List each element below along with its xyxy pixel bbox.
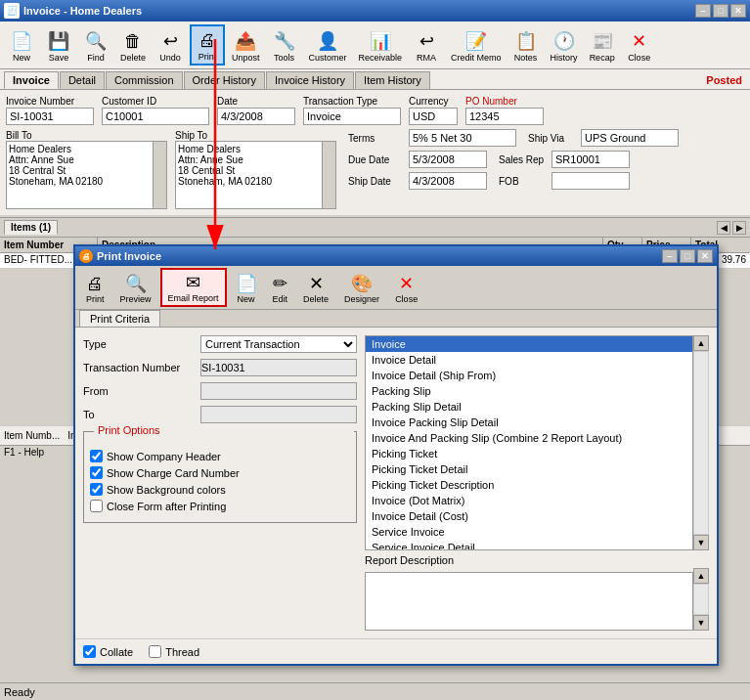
rma-button[interactable]: ↩ RMA [409, 26, 444, 66]
tab-invoice-history[interactable]: Invoice History [266, 71, 354, 89]
scroll-up-button[interactable]: ▲ [693, 335, 709, 351]
dialog-edit-button[interactable]: ✏ Edit [266, 270, 295, 307]
items-tab[interactable]: Items (1) [4, 220, 58, 235]
report-item-packing-slip-detail[interactable]: Packing Slip Detail [366, 399, 692, 415]
po-number-input[interactable] [465, 108, 544, 125]
report-item-invoice-detail[interactable]: Invoice Detail [366, 352, 692, 368]
nav-right-arrow[interactable]: ▶ [732, 221, 746, 235]
show-background-colors-checkbox[interactable] [90, 483, 103, 496]
dialog-new-icon: 📄 [236, 273, 257, 294]
scroll-down-button[interactable]: ▼ [693, 535, 709, 550]
terms-input[interactable] [409, 129, 516, 147]
transaction-number-input[interactable] [200, 359, 357, 376]
report-item-invoice[interactable]: Invoice [366, 336, 692, 352]
dialog-minimize-btn[interactable]: – [662, 249, 678, 263]
from-input[interactable] [200, 382, 357, 400]
delete-button[interactable]: 🗑 Delete [115, 26, 151, 66]
undo-button[interactable]: ↩ Undo [153, 26, 188, 66]
tab-item-history[interactable]: Item History [355, 71, 430, 89]
thread-checkbox[interactable] [149, 645, 161, 658]
report-item-service-invoice-detail[interactable]: Service Invoice Detail... [366, 540, 692, 550]
sales-rep-input[interactable] [551, 151, 630, 168]
report-list[interactable]: Invoice Invoice Detail Invoice Detail (S… [365, 335, 693, 550]
customer-button[interactable]: 👤 Customer [304, 26, 352, 66]
new-button[interactable]: 📄 New [4, 26, 39, 66]
print-button[interactable]: 🖨 Print [190, 24, 225, 66]
dialog-new-button[interactable]: 📄 New [229, 270, 264, 307]
report-item-invoice-detail-ship[interactable]: Invoice Detail (Ship From) [366, 368, 692, 383]
fob-input[interactable] [551, 172, 630, 190]
receivable-button[interactable]: 📊 Receivable [354, 26, 408, 66]
maximize-button[interactable]: □ [713, 4, 728, 18]
dialog-maximize-btn[interactable]: □ [680, 249, 695, 263]
tab-commission[interactable]: Commission [106, 71, 183, 89]
to-input[interactable] [200, 406, 357, 423]
collate-label: Collate [100, 646, 133, 658]
report-item-invoice-packing[interactable]: Invoice Packing Slip Detail [366, 415, 692, 430]
tab-detail[interactable]: Detail [60, 71, 105, 89]
report-item-invoice-dot[interactable]: Invoice (Dot Matrix) [366, 493, 692, 508]
invoice-number-label: Invoice Number [6, 96, 94, 107]
save-button[interactable]: 💾 Save [41, 26, 76, 66]
show-company-header-checkbox[interactable] [90, 450, 103, 462]
recap-button[interactable]: 📰 Recap [585, 26, 620, 66]
report-item-picking-desc[interactable]: Picking Ticket Description [366, 477, 692, 493]
customer-label: Customer [309, 53, 347, 63]
dialog-title-text: Print Invoice [97, 250, 161, 262]
tab-print-criteria[interactable]: Print Criteria [79, 310, 160, 327]
minimize-button[interactable]: – [695, 4, 711, 18]
tab-invoice[interactable]: Invoice [4, 71, 59, 89]
report-item-service-invoice[interactable]: Service Invoice [366, 524, 692, 540]
customer-icon: 👤 [316, 29, 339, 53]
tools-button[interactable]: 🔧 Tools [267, 26, 302, 66]
ship-date-input[interactable] [409, 172, 487, 190]
new-icon: 📄 [10, 29, 33, 53]
history-button[interactable]: 🕐 History [546, 26, 583, 66]
report-item-picking-detail[interactable]: Picking Ticket Detail [366, 461, 692, 477]
collate-checkbox[interactable] [83, 645, 96, 658]
report-list-container: Invoice Invoice Detail Invoice Detail (S… [365, 335, 709, 550]
dialog-print-button[interactable]: 🖨 Print [79, 271, 111, 307]
type-select[interactable]: Current Transaction Range All [200, 335, 357, 353]
dialog-close-btn[interactable]: ✕ [697, 249, 713, 263]
dialog-tab-row: Print Criteria [75, 310, 717, 328]
ship-via-input[interactable] [581, 129, 679, 147]
dialog-delete-button[interactable]: ✕ Delete [296, 270, 335, 307]
credit-memo-button[interactable]: 📝 Credit Memo [446, 26, 507, 66]
transaction-type-input[interactable] [303, 108, 401, 125]
customer-id-input[interactable] [102, 108, 209, 125]
main-close-button[interactable]: ✕ Close [622, 26, 657, 66]
report-item-picking[interactable]: Picking Ticket [366, 446, 692, 461]
desc-scroll-down[interactable]: ▼ [693, 615, 709, 631]
find-button[interactable]: 🔍 Find [78, 26, 113, 66]
date-input[interactable] [217, 108, 295, 125]
report-description-box[interactable] [365, 572, 693, 631]
show-company-header-label: Show Company Header [107, 451, 221, 462]
ship-date-label: Ship Date [348, 176, 405, 187]
dialog-email-button[interactable]: ✉ Email Report [160, 268, 227, 307]
dialog-preview-button[interactable]: 🔍 Preview [113, 270, 158, 307]
dialog-toolbar: 🖨 Print 🔍 Preview ✉ Email Report 📄 New ✏ [75, 266, 717, 310]
dialog-preview-icon: 🔍 [125, 273, 147, 294]
report-item-packing-slip[interactable]: Packing Slip [366, 383, 692, 399]
dialog-designer-button[interactable]: 🎨 Designer [337, 270, 386, 307]
nav-left-arrow[interactable]: ◀ [717, 221, 730, 235]
close-button[interactable]: ✕ [730, 4, 746, 18]
show-charge-card-checkbox[interactable] [90, 466, 103, 479]
notes-button[interactable]: 📋 Notes [508, 26, 544, 66]
window-title: Invoice - Home Dealers [23, 5, 142, 17]
report-item-invoice-cost[interactable]: Invoice Detail (Cost) [366, 508, 692, 524]
report-desc-label: Report Description [365, 554, 709, 566]
tab-order-history[interactable]: Order History [184, 71, 265, 89]
report-item-combine[interactable]: Invoice And Packing Slip (Combine 2 Repo… [366, 430, 692, 446]
close-after-printing-checkbox[interactable] [90, 500, 103, 512]
currency-input[interactable] [409, 108, 458, 125]
unpost-button[interactable]: 📤 Unpost [227, 26, 265, 66]
due-date-input[interactable] [409, 151, 487, 168]
dialog-close2-button[interactable]: ✕ Close [388, 270, 424, 307]
dialog-designer-label: Designer [344, 294, 379, 304]
rma-label: RMA [417, 53, 436, 63]
invoice-number-input[interactable] [6, 108, 94, 125]
report-scrollbar: ▲ ▼ [693, 335, 709, 550]
desc-scroll-up[interactable]: ▲ [693, 568, 709, 584]
